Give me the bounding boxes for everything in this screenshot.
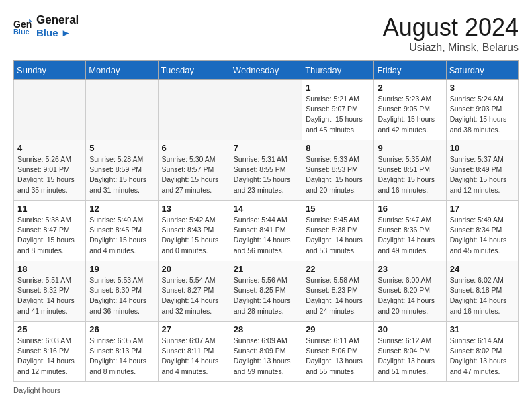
day-info: Sunrise: 5:30 AMSunset: 8:57 PMDaylight:… <box>162 154 226 195</box>
calendar-cell: 4Sunrise: 5:26 AMSunset: 9:01 PMDaylight… <box>14 140 86 201</box>
day-number: 31 <box>450 324 515 334</box>
day-info: Sunrise: 5:24 AMSunset: 9:03 PMDaylight:… <box>450 94 515 135</box>
calendar-cell: 3Sunrise: 5:24 AMSunset: 9:03 PMDaylight… <box>446 80 518 140</box>
day-number: 21 <box>234 264 298 274</box>
day-number: 9 <box>378 143 442 153</box>
weekday-saturday: Saturday <box>446 61 518 80</box>
calendar-cell: 7Sunrise: 5:31 AMSunset: 8:55 PMDaylight… <box>230 140 302 201</box>
page-title: August 2024 <box>383 13 519 42</box>
calendar-cell: 16Sunrise: 5:47 AMSunset: 8:36 PMDayligh… <box>374 201 446 261</box>
calendar-cell: 24Sunrise: 6:02 AMSunset: 8:18 PMDayligh… <box>446 261 518 322</box>
day-number: 23 <box>378 264 442 274</box>
calendar-cell: 23Sunrise: 6:00 AMSunset: 8:20 PMDayligh… <box>374 261 446 322</box>
day-info: Sunrise: 6:12 AMSunset: 8:04 PMDaylight:… <box>378 336 442 377</box>
calendar-cell: 8Sunrise: 5:33 AMSunset: 8:53 PMDaylight… <box>302 140 374 201</box>
weekday-thursday: Thursday <box>302 61 374 80</box>
title-block: August 2024 Usiazh, Minsk, Belarus <box>383 13 519 54</box>
day-number: 20 <box>162 264 226 274</box>
day-number: 26 <box>89 324 154 334</box>
page-subtitle: Usiazh, Minsk, Belarus <box>383 42 519 54</box>
day-info: Sunrise: 5:33 AMSunset: 8:53 PMDaylight:… <box>306 154 370 195</box>
day-number: 17 <box>450 203 515 214</box>
week-row-5: 25Sunrise: 6:03 AMSunset: 8:16 PMDayligh… <box>14 322 519 382</box>
day-info: Sunrise: 5:58 AMSunset: 8:23 PMDaylight:… <box>306 275 370 316</box>
calendar-cell: 10Sunrise: 5:37 AMSunset: 8:49 PMDayligh… <box>446 140 518 201</box>
calendar-cell: 30Sunrise: 6:12 AMSunset: 8:04 PMDayligh… <box>374 322 446 382</box>
day-info: Sunrise: 5:38 AMSunset: 8:47 PMDaylight:… <box>17 215 82 256</box>
day-number: 2 <box>378 83 442 93</box>
day-number: 27 <box>162 324 226 334</box>
calendar-cell: 22Sunrise: 5:58 AMSunset: 8:23 PMDayligh… <box>302 261 374 322</box>
footer: Daylight hours <box>13 386 519 394</box>
day-info: Sunrise: 5:42 AMSunset: 8:43 PMDaylight:… <box>162 215 226 256</box>
calendar-cell: 20Sunrise: 5:54 AMSunset: 8:27 PMDayligh… <box>158 261 230 322</box>
day-number: 3 <box>450 83 515 93</box>
weekday-tuesday: Tuesday <box>158 61 230 80</box>
week-row-1: 1Sunrise: 5:21 AMSunset: 9:07 PMDaylight… <box>14 80 519 140</box>
week-row-4: 18Sunrise: 5:51 AMSunset: 8:32 PMDayligh… <box>14 261 519 322</box>
logo: General Blue General Blue ► <box>13 13 79 39</box>
day-info: Sunrise: 6:00 AMSunset: 8:20 PMDaylight:… <box>378 275 442 316</box>
day-number: 24 <box>450 264 515 274</box>
day-number: 22 <box>306 264 370 274</box>
calendar-cell: 1Sunrise: 5:21 AMSunset: 9:07 PMDaylight… <box>302 80 374 140</box>
calendar-cell: 15Sunrise: 5:45 AMSunset: 8:38 PMDayligh… <box>302 201 374 261</box>
calendar-table: SundayMondayTuesdayWednesdayThursdayFrid… <box>13 60 519 382</box>
day-info: Sunrise: 5:31 AMSunset: 8:55 PMDaylight:… <box>234 154 298 195</box>
day-info: Sunrise: 6:11 AMSunset: 8:06 PMDaylight:… <box>306 336 370 377</box>
day-number: 19 <box>89 264 154 274</box>
calendar-cell: 21Sunrise: 5:56 AMSunset: 8:25 PMDayligh… <box>230 261 302 322</box>
day-info: Sunrise: 5:23 AMSunset: 9:05 PMDaylight:… <box>378 94 442 135</box>
day-info: Sunrise: 5:26 AMSunset: 9:01 PMDaylight:… <box>17 154 82 195</box>
week-row-2: 4Sunrise: 5:26 AMSunset: 9:01 PMDaylight… <box>14 140 519 201</box>
day-info: Sunrise: 5:37 AMSunset: 8:49 PMDaylight:… <box>450 154 515 195</box>
calendar-cell: 14Sunrise: 5:44 AMSunset: 8:41 PMDayligh… <box>230 201 302 261</box>
weekday-sunday: Sunday <box>14 61 86 80</box>
day-number: 8 <box>306 143 370 153</box>
calendar-cell: 6Sunrise: 5:30 AMSunset: 8:57 PMDaylight… <box>158 140 230 201</box>
calendar-cell: 17Sunrise: 5:49 AMSunset: 8:34 PMDayligh… <box>446 201 518 261</box>
calendar-cell: 31Sunrise: 6:14 AMSunset: 8:02 PMDayligh… <box>446 322 518 382</box>
calendar-cell: 26Sunrise: 6:05 AMSunset: 8:13 PMDayligh… <box>86 322 158 382</box>
day-info: Sunrise: 5:21 AMSunset: 9:07 PMDaylight:… <box>306 94 370 135</box>
day-number: 4 <box>17 143 82 153</box>
day-number: 28 <box>234 324 298 334</box>
day-number: 25 <box>17 324 82 334</box>
calendar-cell <box>230 80 302 140</box>
day-number: 29 <box>306 324 370 334</box>
calendar-cell: 25Sunrise: 6:03 AMSunset: 8:16 PMDayligh… <box>14 322 86 382</box>
day-number: 10 <box>450 143 515 153</box>
page-header: General Blue General Blue ► August 2024 … <box>13 13 519 54</box>
day-info: Sunrise: 5:47 AMSunset: 8:36 PMDaylight:… <box>378 215 442 256</box>
day-info: Sunrise: 5:44 AMSunset: 8:41 PMDaylight:… <box>234 215 298 256</box>
day-number: 11 <box>17 203 82 214</box>
daylight-label: Daylight hours <box>13 386 60 394</box>
day-info: Sunrise: 5:53 AMSunset: 8:30 PMDaylight:… <box>89 275 154 316</box>
day-info: Sunrise: 5:49 AMSunset: 8:34 PMDaylight:… <box>450 215 515 256</box>
calendar-cell <box>86 80 158 140</box>
logo-icon: General Blue <box>13 17 32 36</box>
day-info: Sunrise: 6:09 AMSunset: 8:09 PMDaylight:… <box>234 336 298 377</box>
day-number: 30 <box>378 324 442 334</box>
day-info: Sunrise: 6:07 AMSunset: 8:11 PMDaylight:… <box>162 336 226 377</box>
day-info: Sunrise: 5:51 AMSunset: 8:32 PMDaylight:… <box>17 275 82 316</box>
calendar-cell: 9Sunrise: 5:35 AMSunset: 8:51 PMDaylight… <box>374 140 446 201</box>
day-number: 5 <box>89 143 154 153</box>
day-number: 15 <box>306 203 370 214</box>
calendar-cell: 18Sunrise: 5:51 AMSunset: 8:32 PMDayligh… <box>14 261 86 322</box>
weekday-wednesday: Wednesday <box>230 61 302 80</box>
day-info: Sunrise: 6:02 AMSunset: 8:18 PMDaylight:… <box>450 275 515 316</box>
logo-general: General <box>36 13 79 27</box>
day-info: Sunrise: 5:56 AMSunset: 8:25 PMDaylight:… <box>234 275 298 316</box>
day-number: 13 <box>162 203 226 214</box>
day-number: 7 <box>234 143 298 153</box>
calendar-cell: 27Sunrise: 6:07 AMSunset: 8:11 PMDayligh… <box>158 322 230 382</box>
day-number: 6 <box>162 143 226 153</box>
calendar-cell: 5Sunrise: 5:28 AMSunset: 8:59 PMDaylight… <box>86 140 158 201</box>
day-number: 18 <box>17 264 82 274</box>
day-info: Sunrise: 5:45 AMSunset: 8:38 PMDaylight:… <box>306 215 370 256</box>
weekday-header-row: SundayMondayTuesdayWednesdayThursdayFrid… <box>14 61 519 80</box>
day-info: Sunrise: 5:28 AMSunset: 8:59 PMDaylight:… <box>89 154 154 195</box>
day-number: 16 <box>378 203 442 214</box>
day-number: 12 <box>89 203 154 214</box>
